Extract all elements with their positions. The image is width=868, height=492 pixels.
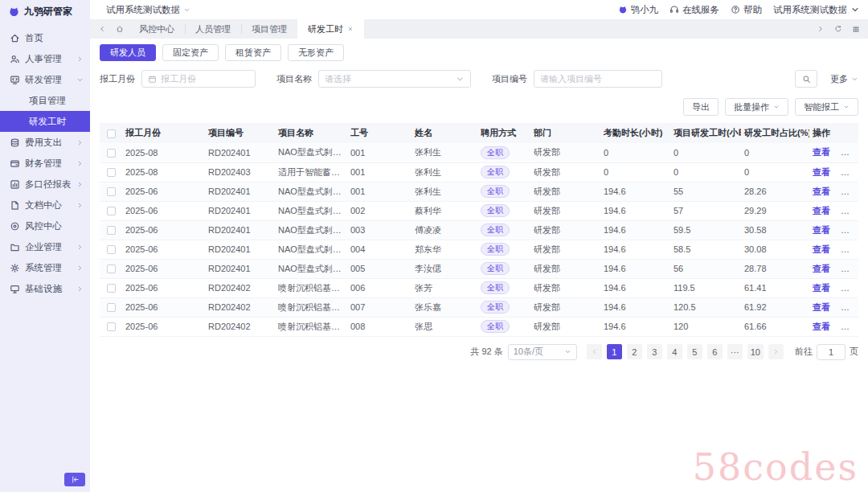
sidebar-item[interactable]: 企业管理 bbox=[0, 236, 90, 257]
workspace-selector-right[interactable]: 试用系统测试数据 bbox=[773, 4, 860, 16]
clear-link[interactable]: 清空 bbox=[841, 302, 858, 312]
sidebar-item[interactable]: 风控中心 bbox=[0, 215, 90, 236]
page-tab[interactable]: 研发工时 bbox=[297, 19, 364, 39]
month-picker[interactable] bbox=[141, 70, 256, 88]
page-tab-label: 人员管理 bbox=[195, 23, 231, 35]
help-link[interactable]: 帮助 bbox=[731, 4, 762, 16]
page-number-button[interactable]: 5 bbox=[687, 344, 702, 359]
view-link[interactable]: 查看 bbox=[813, 225, 830, 235]
page-number-button[interactable]: 3 bbox=[647, 344, 662, 359]
asset-type-tab[interactable]: 无形资产 bbox=[288, 44, 344, 61]
sidebar-item-icon bbox=[10, 33, 20, 43]
select-all-checkbox[interactable] bbox=[107, 129, 116, 138]
page-number-button[interactable]: 6 bbox=[707, 344, 723, 359]
more-filters-toggle[interactable]: 更多 bbox=[830, 73, 858, 85]
search-button[interactable] bbox=[795, 70, 817, 88]
close-tab-icon[interactable] bbox=[347, 26, 354, 32]
row-checkbox[interactable] bbox=[107, 284, 116, 293]
view-link[interactable]: 查看 bbox=[813, 302, 830, 312]
clear-link[interactable]: 清空 bbox=[841, 167, 858, 177]
tabs-scroll-left-button[interactable] bbox=[93, 19, 111, 39]
view-link[interactable]: 查看 bbox=[813, 322, 830, 331]
asset-type-tab[interactable]: 研发人员 bbox=[100, 44, 156, 61]
project-code-field[interactable] bbox=[534, 70, 662, 88]
view-link[interactable]: 查看 bbox=[813, 206, 830, 215]
project-code-input[interactable] bbox=[540, 74, 656, 84]
page-tab[interactable]: 项目管理 bbox=[241, 19, 297, 39]
asset-type-tabs: 研发人员 固定资产 租赁资产 无形资产 bbox=[100, 44, 858, 61]
month-input[interactable] bbox=[161, 74, 249, 84]
view-link[interactable]: 查看 bbox=[813, 147, 830, 157]
chevron-icon bbox=[76, 160, 84, 167]
page-number-button[interactable]: ··· bbox=[727, 344, 743, 359]
row-checkbox[interactable] bbox=[107, 207, 116, 215]
row-checkbox[interactable] bbox=[107, 187, 116, 196]
page-number-button[interactable]: 1 bbox=[607, 344, 622, 359]
table-row: 2025-06 RD202401 NAO型盘式刹车... 005 李汝偲 全职 … bbox=[100, 259, 858, 278]
table-header: 报工月份 项目编号 项目名称 工号 姓名 聘用方式 部门 考勤时长(小时) 项目… bbox=[100, 123, 858, 143]
page-number-button[interactable]: 2 bbox=[627, 344, 642, 359]
clear-link[interactable]: 清空 bbox=[841, 206, 858, 215]
clear-link[interactable]: 清空 bbox=[841, 225, 858, 235]
online-service-link[interactable]: 在线服务 bbox=[669, 4, 719, 16]
page-number-button[interactable]: 10 bbox=[747, 344, 764, 359]
batch-operations-button[interactable]: 批量操作 bbox=[725, 98, 788, 116]
cell-project-name: NAO型盘式刹车... bbox=[275, 182, 347, 201]
export-button[interactable]: 导出 bbox=[683, 98, 719, 116]
project-name-select[interactable]: 请选择 bbox=[318, 70, 471, 88]
row-checkbox[interactable] bbox=[107, 149, 116, 158]
cell-attendance-hours: 194.6 bbox=[600, 240, 670, 259]
sidebar-item[interactable]: 研发工时 bbox=[0, 111, 90, 132]
row-checkbox[interactable] bbox=[107, 303, 116, 312]
cell-rd-ratio: 30.58 bbox=[741, 220, 809, 240]
tabs-scroll-right-button[interactable] bbox=[812, 19, 829, 39]
employment-badge: 全职 bbox=[481, 166, 510, 178]
row-checkbox[interactable] bbox=[107, 322, 116, 331]
sidebar-item[interactable]: 研发管理 bbox=[0, 69, 90, 90]
sidebar-item[interactable]: 项目管理 bbox=[0, 90, 90, 111]
sidebar-item[interactable]: 多口径报表 bbox=[0, 174, 90, 195]
cell-rd-hours: 57 bbox=[670, 201, 741, 220]
view-link[interactable]: 查看 bbox=[813, 264, 830, 273]
row-checkbox[interactable] bbox=[107, 168, 116, 177]
view-link[interactable]: 查看 bbox=[813, 167, 830, 177]
clear-link[interactable]: 清空 bbox=[841, 187, 858, 196]
sidebar-item[interactable]: 费用支出 bbox=[0, 132, 90, 153]
sidebar-item[interactable]: 财务管理 bbox=[0, 153, 90, 174]
clear-link[interactable]: 清空 bbox=[841, 147, 858, 157]
refresh-button[interactable] bbox=[829, 19, 847, 39]
home-tab-button[interactable] bbox=[111, 19, 129, 39]
cell-rd-ratio: 61.41 bbox=[741, 278, 809, 297]
smart-reporting-button[interactable]: 智能报工 bbox=[795, 98, 858, 116]
page-tab-label: 研发工时 bbox=[308, 23, 343, 35]
sidebar-item[interactable]: 首页 bbox=[0, 27, 90, 48]
page-tab[interactable]: 风控中心 bbox=[129, 19, 185, 39]
view-link[interactable]: 查看 bbox=[813, 283, 830, 293]
row-checkbox[interactable] bbox=[107, 264, 116, 273]
asset-type-tab[interactable]: 租赁资产 bbox=[225, 44, 281, 61]
workspace-selector[interactable]: 试用系统测试数据 bbox=[106, 4, 190, 16]
page-size-select[interactable]: 10条/页 bbox=[508, 344, 577, 360]
sidebar-item[interactable]: 人事管理 bbox=[0, 48, 90, 69]
collapse-sidebar-button[interactable] bbox=[64, 473, 85, 486]
row-checkbox[interactable] bbox=[107, 245, 116, 254]
view-link[interactable]: 查看 bbox=[813, 244, 830, 254]
sidebar-item[interactable]: 系统管理 bbox=[0, 257, 90, 278]
row-checkbox[interactable] bbox=[107, 226, 116, 235]
next-page-button[interactable] bbox=[768, 344, 784, 359]
asset-type-tab[interactable]: 固定资产 bbox=[162, 44, 219, 61]
sidebar-item-icon bbox=[10, 284, 20, 294]
clear-link[interactable]: 清空 bbox=[841, 283, 858, 293]
layout-grid-button[interactable] bbox=[847, 19, 865, 39]
clear-link[interactable]: 清空 bbox=[841, 264, 858, 273]
sidebar-item[interactable]: 基础设施 bbox=[0, 278, 90, 299]
prev-page-button[interactable] bbox=[587, 344, 602, 359]
page-number-button[interactable]: 4 bbox=[667, 344, 682, 359]
page-tab[interactable]: 人员管理 bbox=[185, 19, 241, 39]
sidebar-item[interactable]: 文档中心 bbox=[0, 195, 90, 215]
goto-page-input[interactable] bbox=[817, 344, 845, 360]
user-menu[interactable]: 鸮小九 bbox=[618, 4, 659, 16]
clear-link[interactable]: 清空 bbox=[841, 244, 858, 254]
view-link[interactable]: 查看 bbox=[813, 187, 830, 196]
clear-link[interactable]: 清空 bbox=[841, 322, 858, 331]
